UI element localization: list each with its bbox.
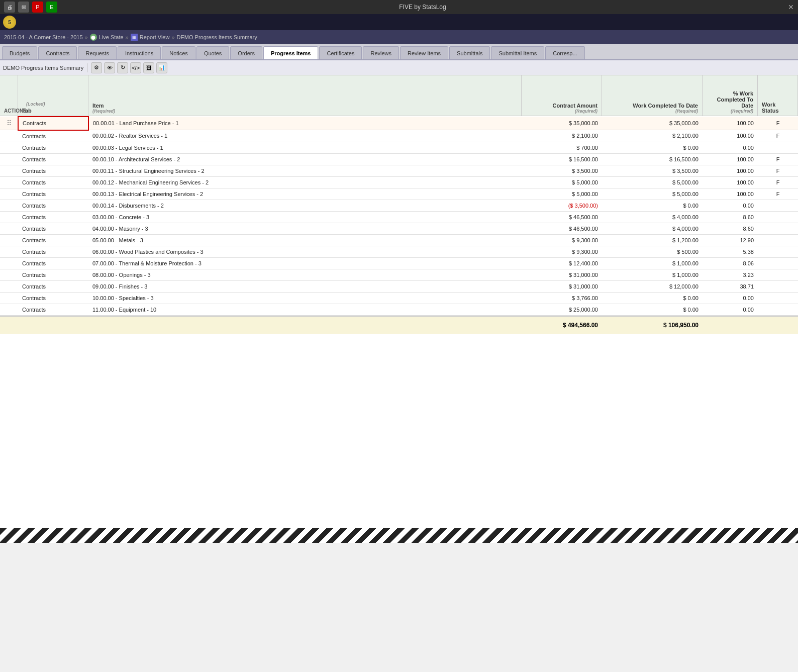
tab-corresp[interactable]: Corresp... [545,46,584,59]
row-item-12[interactable]: 07.00.00 - Thermal & Moisture Protection… [88,257,522,269]
row-item-14[interactable]: 09.00.00 - Finishes - 3 [88,280,522,292]
row-actions-3[interactable] [0,153,18,165]
row-status-15 [758,292,798,304]
totals-row: $ 494,566.00 $ 106,950.00 [0,316,798,334]
row-pct-4: 100.00 [703,165,758,176]
total-work-completed: $ 106,950.00 [602,320,703,331]
row-item-15[interactable]: 10.00.00 - Specialties - 3 [88,292,522,304]
tab-contracts[interactable]: Contracts [38,46,77,59]
row-item-11[interactable]: 06.00.00 - Wood Plastics and Composites … [88,246,522,257]
drag-handle-0[interactable]: ⠿ [7,119,12,127]
row-item-8[interactable]: 03.00.00 - Concrete - 3 [88,211,522,223]
app-logo: 5 [3,16,16,29]
contract-col-label: Contract Amount [553,103,597,109]
row-item-4[interactable]: 00.00.11 - Structural Engineering Servic… [88,165,522,176]
row-tab-14: Contracts [18,280,88,292]
row-actions-11[interactable] [0,246,18,257]
col-header-contract: Contract Amount (Required) [522,75,602,116]
row-contract-13: $ 31,000.00 [522,269,602,280]
row-actions-10[interactable] [0,234,18,246]
row-item-3[interactable]: 00.00.10 - Architectural Services - 2 [88,153,522,165]
print-icon[interactable]: 🖨 [4,2,15,13]
row-status-14 [758,280,798,292]
row-actions-8[interactable] [0,211,18,223]
row-contract-16: $ 25,000.00 [522,304,602,315]
row-item-10[interactable]: 05.00.00 - Metals - 3 [88,234,522,246]
row-contract-9: $ 46,500.00 [522,223,602,234]
toolbar: DEMO Progress Items Summary ⚙ 👁 ↻ </> 🖼 … [0,60,798,75]
row-item-9[interactable]: 04.00.00 - Masonry - 3 [88,223,522,234]
chart-button[interactable]: 📊 [156,62,167,73]
row-work-2: $ 0.00 [602,142,703,153]
row-pct-16: 0.00 [703,304,758,315]
row-item-16[interactable]: 11.00.00 - Equipment - 10 [88,304,522,315]
row-actions-12[interactable] [0,257,18,269]
row-item-6[interactable]: 00.00.13 - Electrical Engineering Servic… [88,188,522,200]
code-button[interactable]: </> [130,62,141,73]
row-tab-16: Contracts [18,304,88,315]
breadcrumb-view[interactable]: Report View [140,34,170,40]
row-status-12 [758,257,798,269]
row-actions-4[interactable] [0,165,18,176]
close-button[interactable]: ✕ [788,3,794,11]
row-actions-15[interactable] [0,292,18,304]
row-actions-2[interactable] [0,142,18,153]
tab-orders[interactable]: Orders [230,46,262,59]
col-header-status: Work Status [758,75,798,116]
row-work-5: $ 5,000.00 [602,176,703,188]
col-header-actions: ACTIONS [0,75,18,116]
row-item-5[interactable]: 00.00.12 - Mechanical Engineering Servic… [88,176,522,188]
row-status-9 [758,223,798,234]
row-item-1[interactable]: 00.00.02 - Realtor Services - 1 [88,130,522,142]
tab-instructions[interactable]: Instructions [118,46,161,59]
report-view-icon: ▦ [131,34,138,41]
tab-reviews[interactable]: Reviews [363,46,399,59]
row-work-0: $ 35,000.00 [602,117,703,130]
row-actions-6[interactable] [0,188,18,200]
row-actions-1[interactable] [0,130,18,142]
row-actions-16[interactable] [0,304,18,315]
settings-button[interactable]: ⚙ [91,62,102,73]
certificates-label: Certificates [327,50,354,56]
image-button[interactable]: 🖼 [143,62,154,73]
row-pct-7: 0.00 [703,200,758,211]
col-header-item: Item (Required) [88,75,522,116]
row-item-13[interactable]: 08.00.00 - Openings - 3 [88,269,522,280]
email-icon[interactable]: ✉ [18,2,29,13]
row-actions-13[interactable] [0,269,18,280]
row-item-2[interactable]: 00.00.03 - Legal Services - 1 [88,142,522,153]
tab-requests[interactable]: Requests [78,46,116,59]
tab-col-label: Tab [22,108,84,114]
breadcrumb-project[interactable]: 2015-04 - A Corner Store - 2015 [4,34,83,40]
row-status-11 [758,246,798,257]
tab-progress-items[interactable]: Progress Items [263,46,318,59]
table-scroll-area[interactable]: ⠿Contracts00.00.01 - Land Purchase Price… [0,116,798,316]
tab-submittals[interactable]: Submittals [449,46,490,59]
row-actions-5[interactable] [0,176,18,188]
row-item-0[interactable]: 00.00.01 - Land Purchase Price - 1 [88,117,522,130]
row-work-4: $ 3,500.00 [602,165,703,176]
row-status-3: F [758,153,798,165]
tab-quotes[interactable]: Quotes [196,46,229,59]
row-pct-14: 38.71 [703,280,758,292]
tab-certificates[interactable]: Certificates [319,46,362,59]
app-title: FIVE by StatsLog [399,4,446,11]
tab-submittal-items[interactable]: Submittal Items [491,46,544,59]
breadcrumb-state[interactable]: Live State [99,34,124,40]
tab-budgets[interactable]: Budgets [2,46,37,59]
row-pct-1: 100.00 [703,130,758,142]
row-actions-14[interactable] [0,280,18,292]
export-icon[interactable]: E [46,2,57,13]
row-actions-7[interactable] [0,200,18,211]
tab-notices[interactable]: Notices [162,46,195,59]
row-pct-15: 0.00 [703,292,758,304]
row-pct-12: 8.06 [703,257,758,269]
row-item-7[interactable]: 00.00.14 - Disbursements - 2 [88,200,522,211]
view-button[interactable]: 👁 [104,62,115,73]
pdf-icon[interactable]: P [32,2,43,13]
tab-review-items[interactable]: Review Items [400,46,448,59]
refresh-button[interactable]: ↻ [117,62,128,73]
row-actions-9[interactable] [0,223,18,234]
row-actions-0[interactable]: ⠿ [0,117,18,130]
nav-tabs: Budgets Contracts Requests Instructions … [0,44,798,60]
